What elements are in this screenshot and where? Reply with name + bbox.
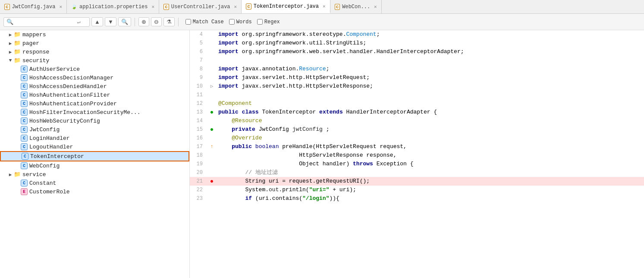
gutter-21: ● [207,177,217,186]
gutter-13: ● [207,108,217,117]
bookmark-icon-13: ● [210,108,214,117]
tab-close-web[interactable]: ✕ [374,4,377,9]
gutter-10: ▷ [207,82,217,91]
search-input[interactable] [15,19,75,25]
code-line-11: 11 [190,91,644,99]
search-find-button[interactable]: 🔍 [118,17,131,26]
tree-item-hoshauthenticationprovider[interactable]: ▶ C HoshAuthenticationProvider [0,99,189,108]
tree-item-loginhandler[interactable]: ▶ C LoginHandler [0,134,189,142]
tab-webconfig[interactable]: c WebCon... ✕ [330,0,382,13]
search-next-button[interactable]: ▼ [105,17,116,26]
code-line-5: 5 import org.springframework.util.String… [190,39,644,47]
line-content-19: Object handler) throws Exception { [217,160,644,168]
tab-icon-c: c [4,4,10,10]
class-badge-c: C [21,109,28,116]
line-num-12: 12 [190,99,207,108]
tab-close-user[interactable]: ✕ [234,4,237,9]
tree-item-hoshwebsecurityconfig[interactable]: ▶ C HoshWebSecurityConfig [0,117,189,125]
search-bar: 🔍 ↵ ▲ ▼ 🔍 ⊕ ⊖ ⚗ Match Case Words Regex [0,14,644,30]
tree-label-authuserservice: AuthUserService [29,66,80,73]
folder-icon-security: 📁 [14,57,21,64]
search-add-button[interactable]: ⊕ [138,17,149,26]
line-content-23: if (uri.contains("/login")){ [217,194,644,203]
tree-label-hoshfilterinvocationsecurityme: HoshFilterInvocationSecurityMe... [29,109,140,116]
code-line-9: 9 import javax.servlet.http.HttpServletR… [190,73,644,82]
match-case-option[interactable]: Match Case [185,19,224,25]
search-icon: 🔍 [6,19,13,25]
line-num-22: 22 [190,186,207,194]
tab-close-jwt[interactable]: ✕ [59,4,62,9]
line-num-13: 13 [190,108,207,117]
tree-label-response: response [22,49,49,55]
code-editor[interactable]: 4 import org.springframework.stereotype.… [190,30,644,278]
search-separator [135,18,135,26]
class-badge-c: C [21,126,28,133]
bookmark-icon-15: ● [210,125,214,134]
tree-item-tokeninterceptor[interactable]: ▶ C TokenInterceptor [0,151,189,161]
tree-item-webconfig[interactable]: ▶ C WebConfig [0,161,189,170]
line-num-4: 4 [190,30,207,39]
tree-item-authuserservice[interactable]: ▶ C AuthUserService [0,65,189,73]
tab-close-app[interactable]: ✕ [152,4,155,9]
tab-bar: c JwtConfig.java ✕ 🍃 application.propert… [0,0,644,14]
tab-tokeninterceptor[interactable]: c TokenInterceptor.java ✕ [242,0,330,13]
tree-item-service[interactable]: ▶ 📁 service [0,170,189,179]
line-content-16: @Override [217,134,644,142]
line-num-14: 14 [190,117,207,125]
class-badge-c: C [21,117,28,124]
line-num-10: 10 [190,82,207,91]
tree-item-logouthandler[interactable]: ▶ C LogoutHandler [0,142,189,151]
folder-icon-response: 📁 [14,48,21,55]
gutter-15: ● [207,125,217,134]
line-num-20: 20 [190,168,207,177]
file-tree: ▶ 📁 mappers ▶ 📁 pager ▶ 📁 response ▼ 📁 s… [0,30,190,278]
tree-label-logouthandler: LogoutHandler [29,144,73,150]
code-line-18: 18 HttpServletResponse response, [190,151,644,160]
regex-label: Regex [264,19,280,25]
tree-item-hoshfilterinvocationsecurityme[interactable]: ▶ C HoshFilterInvocationSecurityMe... [0,108,189,117]
tree-item-pager[interactable]: ▶ 📁 pager [0,39,189,47]
words-checkbox[interactable] [229,19,235,25]
line-content-18: HttpServletResponse response, [217,151,644,160]
tree-item-customerrole[interactable]: ▶ E CustomerRole [0,187,189,196]
tab-jwtconfig[interactable]: c JwtConfig.java ✕ [0,0,67,13]
line-content-21: String uri = request.getRequestURI(); [217,177,644,186]
line-num-21: 21 [190,177,207,186]
tree-label-webconfig: WebConfig [29,163,60,169]
code-line-17: 17 ↑ public boolean preHandle(HttpServle… [190,142,644,151]
tree-item-hoshaccessdecisionmanager[interactable]: ▶ C HoshAccessDecisionManager [0,73,189,82]
tree-item-jwtconfig[interactable]: ▶ C JwtConfig [0,125,189,134]
tree-label-hoshauthenticationprovider: HoshAuthenticationProvider [29,101,117,107]
tree-item-constant[interactable]: ▶ C Constant [0,179,189,187]
line-num-9: 9 [190,73,207,82]
search-prev-button[interactable]: ▲ [91,17,103,26]
tab-usercontroller[interactable]: c UserController.java ✕ [159,0,242,13]
search-filter-button[interactable]: ⚗ [163,17,175,26]
code-line-19: 19 Object handler) throws Exception { [190,160,644,168]
code-line-8: 8 import javax.annotation.Resource; [190,65,644,73]
tree-label-service: service [22,171,46,178]
words-option[interactable]: Words [229,19,252,25]
code-line-15: 15 ● private JwtConfig jwtConfig ; [190,125,644,134]
tree-item-security[interactable]: ▼ 📁 security [0,56,189,65]
regex-option[interactable]: Regex [257,19,280,25]
tree-item-mappers[interactable]: ▶ 📁 mappers [0,30,189,39]
tree-item-hoshauthenticationfilter[interactable]: ▶ C HoshAuthenticationFilter [0,91,189,99]
search-minus-button[interactable]: ⊖ [151,17,162,26]
code-line-22: 22 System.out.println("uri=" + uri); [190,186,644,194]
class-badge-c: C [21,74,28,81]
tab-application[interactable]: 🍃 application.properties ✕ [67,0,159,13]
code-line-20: 20 // 地址过滤 [190,168,644,177]
match-case-checkbox[interactable] [185,19,191,25]
line-content-22: System.out.println("uri=" + uri); [217,186,644,194]
tree-label-mappers: mappers [22,32,46,38]
regex-checkbox[interactable] [257,19,263,25]
search-enter-icon: ↵ [77,19,81,25]
collapse-arrow-mappers: ▶ [7,32,14,38]
tree-item-hoshaccessdeniedhandler[interactable]: ▶ C HoshAccessDeniedHandler [0,82,189,91]
class-badge-c: C [21,135,28,142]
code-line-14: 14 @Resource [190,117,644,125]
tree-item-response[interactable]: ▶ 📁 response [0,47,189,56]
tab-close-token[interactable]: ✕ [323,3,326,9]
line-content-17: public boolean preHandle(HttpServletRequ… [217,142,644,151]
